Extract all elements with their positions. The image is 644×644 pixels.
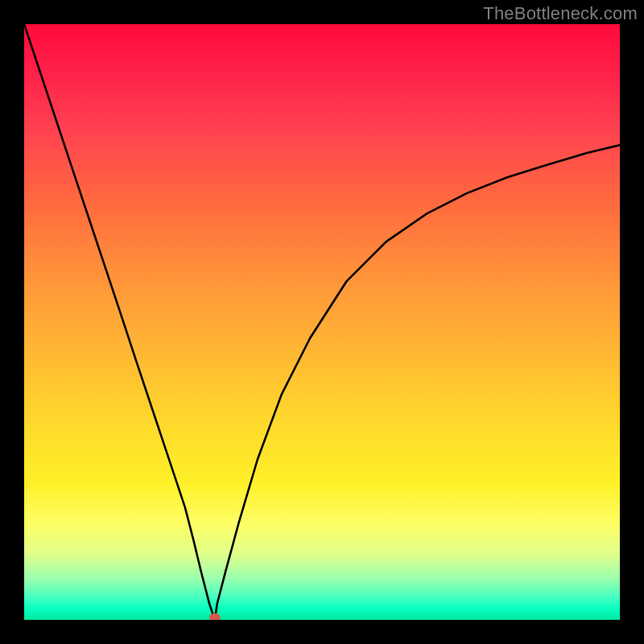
bottleneck-curve xyxy=(24,24,620,620)
chart-frame: TheBottleneck.com xyxy=(0,0,644,644)
curve-layer xyxy=(24,24,620,620)
min-marker xyxy=(209,613,221,620)
watermark-text: TheBottleneck.com xyxy=(483,3,638,24)
plot-area xyxy=(24,24,620,620)
